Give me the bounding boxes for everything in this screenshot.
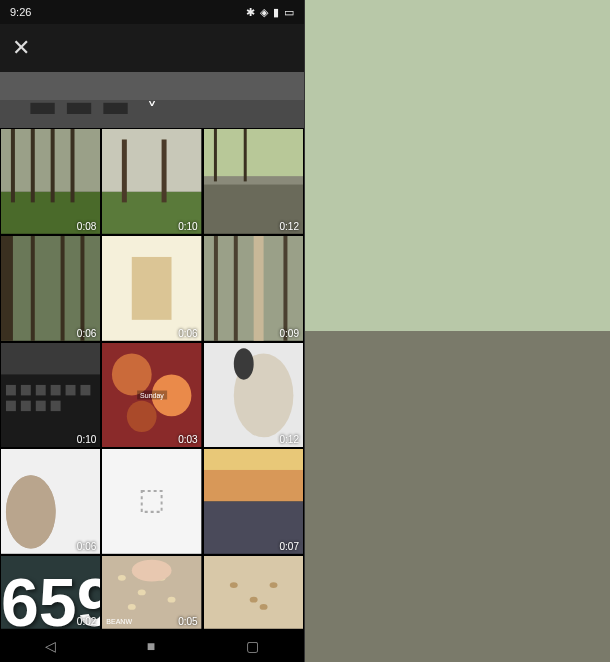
details-panel: 9:30 ✱ ◈ ▮ ▭ ← Add Details CHARGE\ <box>305 0 610 662</box>
svg-rect-42 <box>36 400 46 410</box>
svg-rect-31 <box>283 236 287 341</box>
video-grid: ˅ 0:08 0:10 0:12 0:06 0:06 0:09 0:10 <box>0 72 304 630</box>
svg-rect-3 <box>67 103 91 114</box>
svg-point-71 <box>259 604 267 610</box>
svg-rect-28 <box>253 236 263 341</box>
grid-rows: 0:08 0:10 0:12 0:06 0:06 0:09 0:10 Sunda… <box>0 128 304 630</box>
svg-rect-26 <box>132 257 172 320</box>
status-time: 9:26 <box>10 6 31 18</box>
video-thumb[interactable]: 0:06 <box>0 235 101 342</box>
svg-rect-21 <box>1 236 13 341</box>
svg-rect-23 <box>61 236 65 341</box>
trim-filmstrip[interactable] <box>311 300 604 348</box>
nav-home-icon[interactable]: ■ <box>147 638 155 654</box>
video-thumb[interactable]: 0:10 <box>0 342 101 449</box>
svg-rect-13 <box>122 139 127 202</box>
svg-rect-17 <box>204 176 303 184</box>
gallery-topbar: ✕ <box>0 24 304 72</box>
gallery-hero[interactable]: ˅ <box>0 72 304 128</box>
svg-rect-40 <box>6 400 16 410</box>
video-thumb[interactable]: 0:06 <box>0 448 101 555</box>
video-thumb[interactable]: 0:06 <box>101 235 202 342</box>
nav-back-icon[interactable]: ◁ <box>45 638 56 654</box>
svg-rect-41 <box>21 400 31 410</box>
svg-rect-22 <box>31 236 35 341</box>
svg-rect-4 <box>103 103 127 114</box>
svg-rect-7 <box>11 129 15 202</box>
svg-point-50 <box>233 348 253 379</box>
video-thumb[interactable]: 0:09 <box>203 235 304 342</box>
svg-rect-37 <box>51 385 61 395</box>
svg-rect-67 <box>204 556 303 629</box>
svg-point-62 <box>138 590 146 596</box>
svg-rect-38 <box>66 385 76 395</box>
svg-rect-103 <box>305 331 610 662</box>
svg-point-45 <box>112 353 152 395</box>
wifi-icon: ◈ <box>260 6 268 19</box>
svg-point-69 <box>249 597 257 603</box>
svg-rect-18 <box>214 129 217 181</box>
svg-rect-8 <box>31 129 35 202</box>
video-thumb[interactable]: 0:12 <box>203 128 304 235</box>
overlay-label: Sunday <box>137 391 167 400</box>
svg-point-66 <box>132 560 172 582</box>
svg-rect-43 <box>51 400 61 410</box>
svg-rect-57 <box>204 470 303 501</box>
svg-point-53 <box>6 476 56 549</box>
video-thumb[interactable]: 0:08 <box>0 128 101 235</box>
svg-rect-19 <box>243 129 246 181</box>
svg-rect-54 <box>102 449 201 554</box>
thumb-footer-label: BEANW <box>106 618 132 625</box>
video-thumb[interactable]: BEANW0:05 <box>101 555 202 630</box>
svg-rect-39 <box>80 385 90 395</box>
video-thumb[interactable]: 0:12 <box>203 342 304 449</box>
svg-rect-10 <box>71 129 75 202</box>
svg-rect-36 <box>36 385 46 395</box>
svg-point-65 <box>128 604 136 610</box>
svg-point-68 <box>229 582 237 588</box>
svg-rect-14 <box>162 139 167 202</box>
svg-rect-11 <box>102 129 201 192</box>
svg-point-64 <box>168 597 176 603</box>
svg-rect-35 <box>21 385 31 395</box>
status-bar-left: 9:26 ✱ ◈ ▮ ▭ <box>0 0 304 24</box>
svg-rect-2 <box>30 103 54 114</box>
video-thumb[interactable] <box>203 555 304 630</box>
svg-point-47 <box>127 400 157 431</box>
svg-rect-102 <box>305 0 610 331</box>
video-thumb[interactable] <box>101 448 202 555</box>
svg-rect-20 <box>1 236 100 341</box>
film-frame <box>560 304 600 344</box>
gallery-panel: 9:26 ✱ ◈ ▮ ▭ ✕ ˅ 0:08 0:10 0:12 <box>0 0 305 662</box>
svg-point-61 <box>118 575 126 581</box>
nav-bar-left: ◁ ■ ▢ <box>0 630 304 662</box>
svg-rect-29 <box>214 236 218 341</box>
svg-rect-9 <box>51 129 55 202</box>
video-thumb[interactable]: 0:10 <box>101 128 202 235</box>
chevron-down-icon[interactable]: ˅ <box>147 98 157 122</box>
bluetooth-icon: ✱ <box>246 6 255 19</box>
video-thumb[interactable]: 0:07 <box>203 448 304 555</box>
video-thumb[interactable]: 6590:02 <box>0 555 101 630</box>
close-icon[interactable]: ✕ <box>12 35 30 61</box>
svg-rect-24 <box>80 236 84 341</box>
nav-recent-icon[interactable]: ▢ <box>246 638 259 654</box>
svg-point-70 <box>269 582 277 588</box>
signal-icon: ▮ <box>273 6 279 19</box>
svg-rect-30 <box>233 236 237 341</box>
video-thumb[interactable]: Sunday0:03 <box>101 342 202 449</box>
svg-rect-34 <box>6 385 16 395</box>
battery-icon: ▭ <box>284 6 294 19</box>
svg-rect-15 <box>204 129 303 181</box>
